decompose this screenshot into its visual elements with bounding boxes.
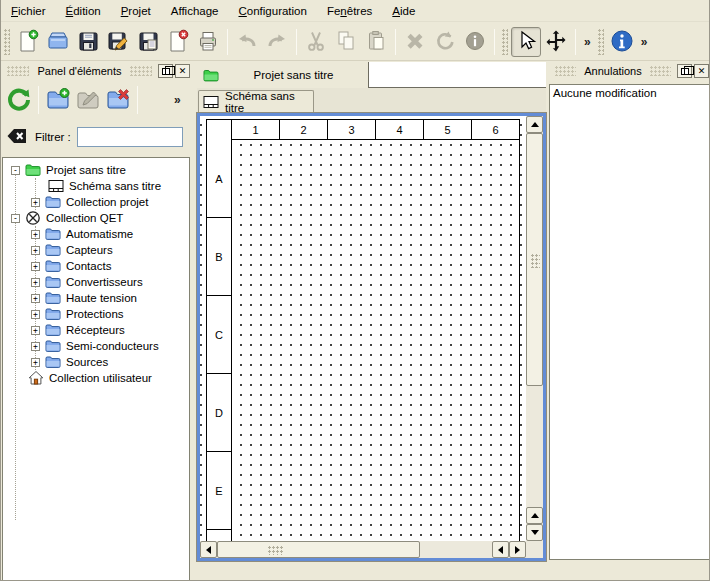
tree-item-project[interactable]: - Projet sans titre — [3, 162, 189, 178]
expand-expander[interactable]: + — [31, 294, 40, 303]
column-label: 5 — [424, 120, 472, 140]
menu-configuration[interactable]: Configuration — [229, 2, 317, 20]
menu-affichage[interactable]: Affichage — [161, 2, 229, 20]
undo-panel-dock: Annulations ✕ Aucune modification — [549, 62, 710, 581]
scroll-left-button-secondary[interactable] — [492, 541, 509, 558]
close-document-button[interactable] — [163, 27, 193, 57]
tree-item-convertisseurs[interactable]: + Convertisseurs — [3, 274, 189, 290]
blue-folder-icon — [45, 194, 61, 210]
open-document-button[interactable] — [43, 27, 73, 57]
cut-button[interactable] — [301, 27, 331, 57]
tree-item-schema[interactable]: Schéma sans titre — [3, 178, 189, 194]
tree-item-sources[interactable]: + Sources — [3, 354, 189, 370]
tab-projet-sans-titre[interactable]: Projet sans titre — [197, 62, 369, 88]
scroll-up-button-secondary[interactable] — [526, 507, 543, 524]
pointer-select-button[interactable] — [511, 27, 541, 57]
close-panel-button[interactable]: ✕ — [175, 64, 190, 78]
vertical-scroll-thumb[interactable] — [526, 133, 543, 386]
about-qet-button[interactable] — [607, 27, 637, 57]
expand-expander[interactable]: + — [31, 310, 40, 319]
home-icon — [28, 370, 44, 386]
edit-element-button[interactable] — [73, 85, 103, 115]
new-document-button[interactable] — [13, 27, 43, 57]
menu-aide[interactable]: Aide — [382, 2, 425, 20]
undo-panel-titlebar[interactable]: Annulations ✕ — [549, 62, 710, 80]
tree-item-semi-conducteurs[interactable]: + Semi-conducteurs — [3, 338, 189, 354]
dock-texture — [7, 66, 29, 76]
collapse-expander[interactable]: - — [11, 214, 20, 223]
delete-button[interactable] — [400, 27, 430, 57]
rotate-button[interactable] — [430, 27, 460, 57]
tree-item-protections[interactable]: + Protections — [3, 306, 189, 322]
tree-item-contacts[interactable]: + Contacts — [3, 258, 189, 274]
horizontal-scrollbar[interactable] — [200, 541, 526, 558]
expand-expander[interactable]: + — [31, 262, 40, 271]
project-folder-icon — [25, 162, 41, 178]
close-panel-button[interactable]: ✕ — [694, 64, 709, 78]
menu-projet[interactable]: Projet — [111, 2, 161, 20]
toolbar-drag-handle[interactable] — [502, 29, 508, 55]
elements-panel-titlebar[interactable]: Panel d'éléments ✕ — [1, 62, 192, 80]
tree-item-collection-qet[interactable]: - Collection QET — [3, 210, 189, 226]
information-button[interactable] — [460, 27, 490, 57]
undo-history-list[interactable]: Aucune modification — [549, 84, 710, 560]
tree-item-recepteurs[interactable]: + Récepteurs — [3, 322, 189, 338]
save-all-button[interactable] — [133, 27, 163, 57]
undo-button[interactable] — [232, 27, 262, 57]
menu-edition[interactable]: Édition — [56, 2, 111, 20]
elements-panel-toolbar: » — [1, 82, 192, 118]
copy-button[interactable] — [331, 27, 361, 57]
new-element-button[interactable] — [43, 85, 73, 115]
redo-button[interactable] — [262, 27, 292, 57]
tree-item-haute-tension[interactable]: + Haute tension — [3, 290, 189, 306]
collapse-expander[interactable]: - — [11, 166, 20, 175]
menu-fenetres[interactable]: Fenêtres — [317, 2, 382, 20]
menu-fichier[interactable]: Fichier — [1, 2, 56, 20]
float-panel-button[interactable] — [677, 64, 692, 78]
toolbar-drag-handle[interactable] — [598, 29, 604, 55]
expand-expander[interactable]: + — [31, 198, 40, 207]
expand-expander[interactable]: + — [31, 326, 40, 335]
scroll-left-button[interactable] — [200, 541, 217, 558]
scroll-up-button[interactable] — [526, 116, 543, 133]
print-button[interactable] — [193, 27, 223, 57]
scroll-down-button[interactable] — [526, 524, 543, 541]
thumb-grip — [531, 254, 540, 268]
toolbar-overflow-button[interactable]: » — [637, 35, 652, 49]
clear-filter-button[interactable] — [6, 127, 28, 147]
float-icon — [681, 68, 689, 75]
scroll-right-button[interactable] — [509, 541, 526, 558]
thumb-grip — [268, 546, 284, 555]
save-button[interactable] — [73, 27, 103, 57]
panel-toolbar-overflow-button[interactable]: » — [170, 93, 185, 107]
expand-expander[interactable]: + — [31, 342, 40, 351]
save-as-button[interactable] — [103, 27, 133, 57]
expand-expander[interactable]: + — [31, 278, 40, 287]
toolbar-drag-handle[interactable] — [4, 29, 10, 55]
expand-expander[interactable]: + — [31, 358, 40, 367]
toolbar-separator — [137, 86, 138, 114]
toolbar-overflow-button[interactable]: » — [580, 35, 595, 49]
paste-button[interactable] — [361, 27, 391, 57]
tree-item-automatisme[interactable]: + Automatisme — [3, 226, 189, 242]
filter-input[interactable] — [77, 127, 183, 147]
delete-element-button[interactable] — [103, 85, 133, 115]
reload-collections-button[interactable] — [4, 85, 34, 115]
diagram-canvas[interactable]: 1 2 3 4 5 6 A B C D E — [200, 116, 526, 541]
column-header-row: 1 2 3 4 5 6 — [207, 120, 520, 140]
undo-list-item[interactable]: Aucune modification — [550, 85, 709, 101]
qet-collection-icon — [25, 210, 41, 226]
tree-item-capteurs[interactable]: + Capteurs — [3, 242, 189, 258]
horizontal-scroll-thumb[interactable] — [217, 541, 420, 558]
tree-item-collection-utilisateur[interactable]: Collection utilisateur — [3, 370, 189, 386]
column-label: 1 — [232, 120, 280, 140]
move-tool-button[interactable] — [541, 27, 571, 57]
toolbar-separator — [227, 29, 228, 55]
expand-expander[interactable]: + — [31, 246, 40, 255]
vertical-scrollbar[interactable] — [526, 116, 543, 541]
tab-schema-sans-titre[interactable]: Schéma sans titre — [198, 90, 314, 113]
float-panel-button[interactable] — [158, 64, 173, 78]
toolbar-separator — [494, 29, 495, 55]
tree-item-collection-projet[interactable]: + Collection projet — [3, 194, 189, 210]
expand-expander[interactable]: + — [31, 230, 40, 239]
